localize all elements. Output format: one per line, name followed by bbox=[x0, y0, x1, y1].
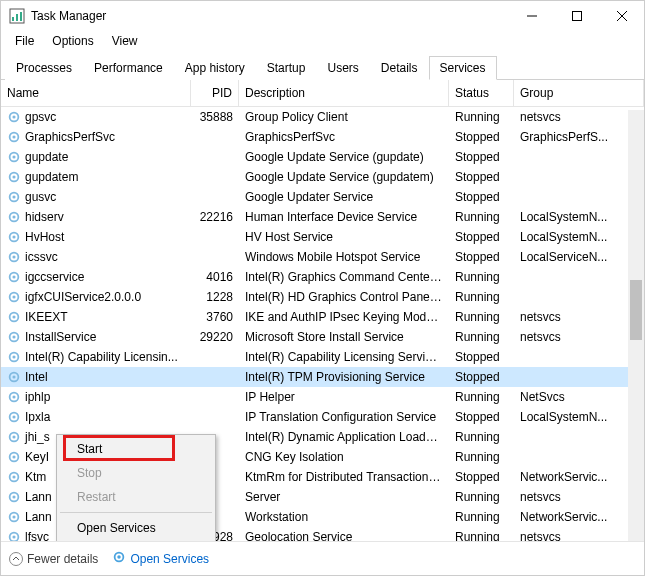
service-icon bbox=[7, 450, 21, 464]
service-row[interactable]: Intel(R) Capability Licensin...Intel(R) … bbox=[1, 347, 644, 367]
gear-icon bbox=[112, 550, 126, 567]
service-row[interactable]: gusvcGoogle Updater ServiceStopped bbox=[1, 187, 644, 207]
service-row[interactable]: hidserv22216Human Interface Device Servi… bbox=[1, 207, 644, 227]
service-row[interactable]: igccservice4016Intel(R) Graphics Command… bbox=[1, 267, 644, 287]
cell-description: Intel(R) Capability Licensing Service ..… bbox=[239, 350, 449, 364]
footer: Fewer details Open Services bbox=[1, 541, 644, 575]
cell-status: Running bbox=[449, 270, 514, 284]
tab-startup[interactable]: Startup bbox=[256, 56, 317, 80]
service-row[interactable]: gupdatemGoogle Update Service (gupdatem)… bbox=[1, 167, 644, 187]
cell-name: icssvc bbox=[1, 250, 191, 264]
cell-description: HV Host Service bbox=[239, 230, 449, 244]
task-manager-window: Task Manager File Options View Processes… bbox=[0, 0, 645, 576]
cell-status: Stopped bbox=[449, 130, 514, 144]
service-row[interactable]: HvHostHV Host ServiceStoppedLocalSystemN… bbox=[1, 227, 644, 247]
svg-point-17 bbox=[12, 195, 15, 198]
cell-description: IP Helper bbox=[239, 390, 449, 404]
svg-point-47 bbox=[12, 495, 15, 498]
column-headers[interactable]: Name PID Description Status Group bbox=[1, 80, 644, 107]
svg-point-15 bbox=[12, 175, 15, 178]
cell-name: iphlp bbox=[1, 390, 191, 404]
cell-description: IKE and AuthIP IPsec Keying Modules bbox=[239, 310, 449, 324]
header-description[interactable]: Description bbox=[239, 80, 449, 106]
cell-status: Stopped bbox=[449, 470, 514, 484]
service-row[interactable]: gupdateGoogle Update Service (gupdate)St… bbox=[1, 147, 644, 167]
svg-point-13 bbox=[12, 155, 15, 158]
scrollbar-thumb[interactable] bbox=[630, 280, 642, 340]
cell-group: NetworkServic... bbox=[514, 510, 644, 524]
svg-point-21 bbox=[12, 235, 15, 238]
svg-point-29 bbox=[12, 315, 15, 318]
menu-item-search-online[interactable]: Search online bbox=[59, 540, 213, 541]
svg-point-19 bbox=[12, 215, 15, 218]
maximize-button[interactable] bbox=[554, 1, 599, 31]
svg-point-49 bbox=[12, 515, 15, 518]
cell-name: IKEEXT bbox=[1, 310, 191, 324]
fewer-details-button[interactable]: Fewer details bbox=[9, 552, 98, 566]
svg-point-45 bbox=[12, 475, 15, 478]
cell-group: NetSvcs bbox=[514, 390, 644, 404]
cell-description: Geolocation Service bbox=[239, 530, 449, 541]
cell-name: igfxCUIService2.0.0.0 bbox=[1, 290, 191, 304]
cell-description: Intel(R) HD Graphics Control Panel S... bbox=[239, 290, 449, 304]
tab-processes[interactable]: Processes bbox=[5, 56, 83, 80]
open-services-link[interactable]: Open Services bbox=[112, 550, 209, 567]
service-row[interactable]: iphlpIP HelperRunningNetSvcs bbox=[1, 387, 644, 407]
close-button[interactable] bbox=[599, 1, 644, 31]
header-group[interactable]: Group bbox=[514, 80, 644, 106]
menu-item-start[interactable]: Start bbox=[59, 437, 213, 461]
service-row[interactable]: InstallService29220Microsoft Store Insta… bbox=[1, 327, 644, 347]
cell-name: gpsvc bbox=[1, 110, 191, 124]
tab-details[interactable]: Details bbox=[370, 56, 429, 80]
cell-description: Google Updater Service bbox=[239, 190, 449, 204]
service-row[interactable]: IpxlaIP Translation Configuration Servic… bbox=[1, 407, 644, 427]
service-row[interactable]: gpsvc35888Group Policy ClientRunningnets… bbox=[1, 107, 644, 127]
svg-rect-5 bbox=[572, 12, 581, 21]
service-row[interactable]: GraphicsPerfSvcGraphicsPerfSvcStoppedGra… bbox=[1, 127, 644, 147]
tab-app-history[interactable]: App history bbox=[174, 56, 256, 80]
cell-group: LocalSystemN... bbox=[514, 210, 644, 224]
cell-description: Intel(R) TPM Provisioning Service bbox=[239, 370, 449, 384]
cell-status: Running bbox=[449, 530, 514, 541]
cell-name: HvHost bbox=[1, 230, 191, 244]
header-pid[interactable]: PID bbox=[191, 80, 239, 106]
cell-description: GraphicsPerfSvc bbox=[239, 130, 449, 144]
cell-status: Running bbox=[449, 430, 514, 444]
service-row[interactable]: IKEEXT3760IKE and AuthIP IPsec Keying Mo… bbox=[1, 307, 644, 327]
tab-services[interactable]: Services bbox=[429, 56, 497, 80]
cell-group: netsvcs bbox=[514, 490, 644, 504]
cell-pid: 29220 bbox=[191, 330, 239, 344]
menu-options[interactable]: Options bbox=[44, 32, 101, 50]
cell-status: Running bbox=[449, 290, 514, 304]
cell-group: netsvcs bbox=[514, 110, 644, 124]
svg-point-31 bbox=[12, 335, 15, 338]
menu-view[interactable]: View bbox=[104, 32, 146, 50]
service-icon bbox=[7, 390, 21, 404]
titlebar: Task Manager bbox=[1, 1, 644, 31]
vertical-scrollbar[interactable] bbox=[628, 110, 644, 541]
menu-file[interactable]: File bbox=[7, 32, 42, 50]
svg-rect-3 bbox=[20, 12, 22, 21]
cell-description: KtmRm for Distributed Transaction C... bbox=[239, 470, 449, 484]
service-row[interactable]: IntelIntel(R) TPM Provisioning ServiceSt… bbox=[1, 367, 644, 387]
service-row[interactable]: icssvcWindows Mobile Hotspot ServiceStop… bbox=[1, 247, 644, 267]
header-name[interactable]: Name bbox=[1, 80, 191, 106]
cell-status: Running bbox=[449, 210, 514, 224]
header-status[interactable]: Status bbox=[449, 80, 514, 106]
cell-status: Stopped bbox=[449, 370, 514, 384]
cell-group: LocalSystemN... bbox=[514, 410, 644, 424]
cell-group: LocalSystemN... bbox=[514, 230, 644, 244]
svg-rect-1 bbox=[12, 17, 14, 21]
tab-performance[interactable]: Performance bbox=[83, 56, 174, 80]
cell-description: Google Update Service (gupdatem) bbox=[239, 170, 449, 184]
svg-point-51 bbox=[12, 535, 15, 538]
minimize-button[interactable] bbox=[509, 1, 554, 31]
service-row[interactable]: igfxCUIService2.0.0.01228Intel(R) HD Gra… bbox=[1, 287, 644, 307]
cell-name: InstallService bbox=[1, 330, 191, 344]
cell-status: Stopped bbox=[449, 410, 514, 424]
svg-point-43 bbox=[12, 455, 15, 458]
menu-item-open-services[interactable]: Open Services bbox=[59, 516, 213, 540]
cell-pid: 3760 bbox=[191, 310, 239, 324]
cell-status: Stopped bbox=[449, 190, 514, 204]
tab-users[interactable]: Users bbox=[316, 56, 369, 80]
